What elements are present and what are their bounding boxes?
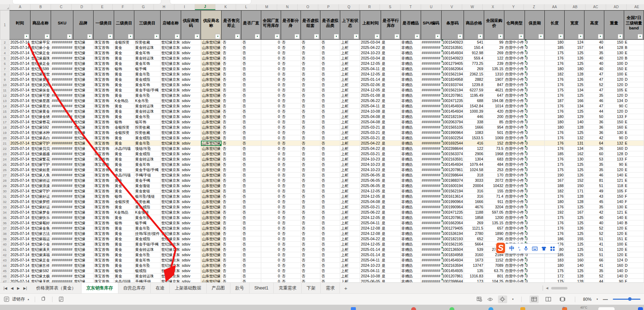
cell-I33[interactable]: sdsiv (181, 204, 201, 210)
cell-Y43[interactable]: 自营中小件 (504, 258, 525, 263)
cell-H11[interactable]: 世纪缘京东 (161, 88, 181, 93)
cell-B4[interactable]: 世纪缘足金 (30, 50, 51, 56)
cell-I4[interactable]: sdsiv (181, 50, 201, 56)
cell-J34[interactable]: 山东世纪缘 (201, 210, 222, 215)
cell-AD29[interactable]: 118 (604, 183, 624, 188)
cell-F43[interactable]: 黄金 (114, 258, 134, 263)
cell-V42[interactable]: 1001834958 (441, 252, 464, 258)
cell-S11[interactable]: 是 (381, 88, 401, 93)
cell-M31[interactable]: 0 (261, 194, 281, 199)
cell-V19[interactable]: 1001990964 (441, 130, 464, 135)
cell-G47[interactable]: 手镯/手链 (134, 279, 161, 283)
table-settings-icon[interactable] (477, 297, 482, 302)
cell-A38[interactable]: 2025-07-14 (10, 231, 30, 236)
cell-AC35[interactable]: 40 (584, 215, 604, 220)
cell-R20[interactable]: 2025-03-21 (360, 135, 381, 141)
cell-AE34[interactable]: E (624, 210, 644, 215)
cell-I30[interactable]: sdsiv (181, 188, 201, 194)
cell-V32[interactable]: 1001990964 (441, 199, 464, 204)
cell-AB37[interactable]: 126 (564, 226, 584, 231)
filter-dropdown-icon[interactable]: ▼ (295, 34, 299, 39)
cell-L39[interactable]: 否 (241, 236, 261, 242)
cell-L5[interactable]: 否 (241, 56, 261, 61)
cell-C29[interactable]: ########## (51, 183, 73, 188)
cell-Y38[interactable]: 自营中小件 (504, 231, 525, 236)
cell-AA6[interactable]: 176 (544, 61, 564, 66)
cell-R21[interactable]: 2025-04-22 (360, 141, 381, 146)
cell-N22[interactable]: 否 (281, 146, 301, 151)
cell-P31[interactable]: 否 (320, 194, 340, 199)
cell-M17[interactable]: 0 (261, 119, 281, 125)
cell-S37[interactable]: 是 (381, 226, 401, 231)
cell-R43[interactable]: 2025-04-11 (360, 258, 381, 263)
cell-AC24[interactable]: 53 (584, 157, 604, 162)
cell-B35[interactable]: 世纪缘快乐 (30, 215, 51, 220)
cell-AA26[interactable]: 175 (544, 167, 564, 173)
cell-O18[interactable]: 否 (301, 125, 320, 130)
scroll-thumb[interactable] (551, 287, 567, 289)
cell-AB4[interactable]: 125 (564, 50, 584, 56)
cell-G22[interactable]: 项链/吊坠 (134, 146, 161, 151)
cell-P23[interactable]: 否 (320, 151, 340, 157)
row-number[interactable]: 4 (0, 50, 10, 56)
cell-D17[interactable]: 世纪缘 (73, 119, 94, 125)
cell-S6[interactable]: 是 (381, 61, 401, 66)
cell-M4[interactable]: 0 (261, 50, 281, 56)
horizontal-scrollbar[interactable]: ◀ (543, 283, 567, 293)
cell-O30[interactable]: 否 (301, 188, 320, 194)
cell-N38[interactable]: 否 (281, 231, 301, 236)
cell-G4[interactable]: 黄金耳饰 (134, 50, 161, 56)
cell-E16[interactable]: 珠宝首饰 (94, 114, 114, 119)
cell-G41[interactable]: 黄金转运珠 (134, 247, 161, 252)
column-letter-U[interactable]: U (421, 4, 442, 10)
cell-H39[interactable]: 世纪缘京东 (161, 236, 181, 242)
cell-AE20[interactable]: D (624, 135, 644, 141)
cell-M34[interactable]: 0 (261, 210, 281, 215)
cell-C6[interactable]: ########## (51, 61, 73, 66)
cell-A26[interactable]: 2025-07-14 (10, 167, 30, 173)
column-letter-AC[interactable]: AC (586, 4, 606, 10)
cell-D22[interactable]: 世纪缘 (73, 146, 94, 151)
cell-Q14[interactable]: 上柜 (340, 103, 360, 109)
cell-S24[interactable]: 是 (381, 157, 401, 162)
cell-B18[interactable]: 世纪缘S92 (30, 125, 51, 130)
cell-AC9[interactable]: 47 (584, 77, 604, 82)
cell-A36[interactable]: 2025-07-14 (10, 220, 30, 226)
cell-Z31[interactable]: 0 (525, 194, 545, 199)
cell-T29[interactable]: 非赠品 (401, 183, 421, 188)
cell-Y9[interactable]: 自营中小件 (504, 77, 525, 82)
cell-F36[interactable]: 银饰 (114, 220, 134, 226)
cell-D16[interactable]: 世纪缘 (73, 114, 94, 119)
cell-F35[interactable]: 黄金 (114, 215, 134, 220)
filter-dropdown-icon[interactable]: ▼ (435, 34, 440, 39)
cell-W28[interactable]: 3033 (464, 178, 484, 183)
cell-X16[interactable]: 200 (484, 114, 504, 119)
cell-P46[interactable]: 否 (320, 274, 340, 279)
cell-AD46[interactable]: 140 (604, 274, 624, 279)
cell-D32[interactable]: 世纪缘 (73, 199, 94, 204)
cell-AC47[interactable]: 44 (584, 279, 604, 283)
cell-AB46[interactable]: 128 (564, 274, 584, 279)
cell-F25[interactable]: 黄金 (114, 162, 134, 167)
cell-Y22[interactable]: 自营中小件 (504, 146, 525, 151)
cell-V27[interactable]: 1002398644 (441, 173, 464, 178)
cell-U46[interactable]: ######### (421, 274, 441, 279)
cell-Q22[interactable]: 上柜 (340, 146, 360, 151)
cell-AD22[interactable]: 160 (604, 146, 624, 151)
row-number[interactable]: 22 (0, 146, 10, 151)
cell-C25[interactable]: ########## (51, 162, 73, 167)
cell-AB22[interactable]: 134 (564, 146, 584, 151)
cell-AE15[interactable]: D (624, 109, 644, 114)
cell-F30[interactable]: 黄金 (114, 188, 134, 194)
cell-S9[interactable]: 是 (381, 77, 401, 82)
cell-X14[interactable]: 1014 (484, 103, 504, 109)
cell-B44[interactable]: 世纪缘吉祥 (30, 263, 51, 268)
cell-K30[interactable]: 否 (222, 188, 241, 194)
cell-I23[interactable]: sdsiv (181, 151, 201, 157)
cell-N24[interactable]: 否 (281, 157, 301, 162)
cell-N15[interactable]: 否 (281, 109, 301, 114)
cell-Y4[interactable]: 自营中小件 (504, 50, 525, 56)
cell-J25[interactable]: 山东世纪缘 (201, 162, 222, 167)
cell-AD35[interactable]: 140 (604, 215, 624, 220)
cell-J22[interactable]: 山东世纪缘 (201, 146, 222, 151)
